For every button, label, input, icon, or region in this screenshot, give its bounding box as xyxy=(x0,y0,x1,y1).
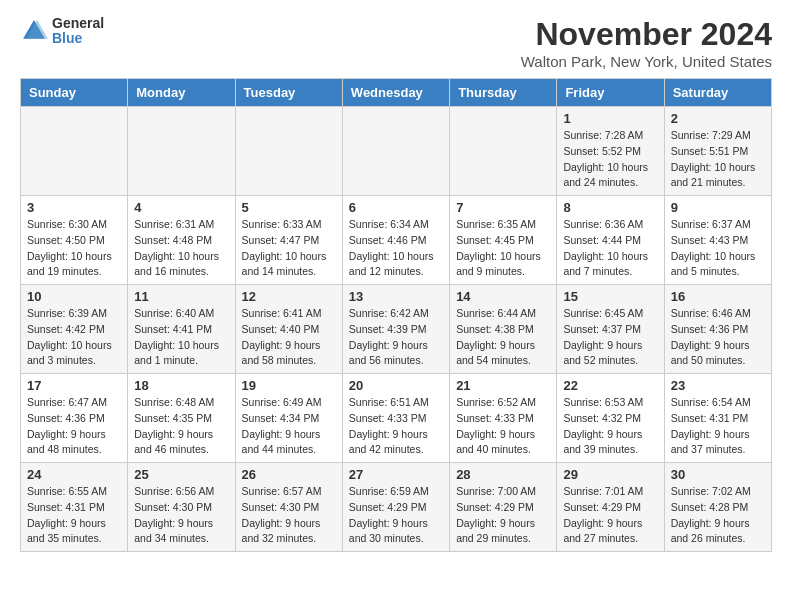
day-info: Sunrise: 6:46 AMSunset: 4:36 PMDaylight:… xyxy=(671,306,765,369)
calendar-cell: 9Sunrise: 6:37 AMSunset: 4:43 PMDaylight… xyxy=(664,196,771,285)
day-number: 24 xyxy=(27,467,121,482)
day-info: Sunrise: 6:33 AMSunset: 4:47 PMDaylight:… xyxy=(242,217,336,280)
month-title: November 2024 xyxy=(521,16,772,53)
day-info: Sunrise: 6:40 AMSunset: 4:41 PMDaylight:… xyxy=(134,306,228,369)
day-info: Sunrise: 6:54 AMSunset: 4:31 PMDaylight:… xyxy=(671,395,765,458)
day-number: 16 xyxy=(671,289,765,304)
day-number: 17 xyxy=(27,378,121,393)
day-info: Sunrise: 6:55 AMSunset: 4:31 PMDaylight:… xyxy=(27,484,121,547)
calendar-header-wednesday: Wednesday xyxy=(342,79,449,107)
calendar-cell: 22Sunrise: 6:53 AMSunset: 4:32 PMDayligh… xyxy=(557,374,664,463)
logo: General Blue xyxy=(20,16,104,47)
day-info: Sunrise: 7:29 AMSunset: 5:51 PMDaylight:… xyxy=(671,128,765,191)
day-number: 27 xyxy=(349,467,443,482)
calendar-week-row: 3Sunrise: 6:30 AMSunset: 4:50 PMDaylight… xyxy=(21,196,772,285)
day-number: 4 xyxy=(134,200,228,215)
calendar-cell: 5Sunrise: 6:33 AMSunset: 4:47 PMDaylight… xyxy=(235,196,342,285)
calendar-cell xyxy=(128,107,235,196)
day-number: 1 xyxy=(563,111,657,126)
day-info: Sunrise: 6:48 AMSunset: 4:35 PMDaylight:… xyxy=(134,395,228,458)
calendar-cell: 3Sunrise: 6:30 AMSunset: 4:50 PMDaylight… xyxy=(21,196,128,285)
calendar-cell: 20Sunrise: 6:51 AMSunset: 4:33 PMDayligh… xyxy=(342,374,449,463)
calendar-header-row: SundayMondayTuesdayWednesdayThursdayFrid… xyxy=(21,79,772,107)
calendar-cell: 17Sunrise: 6:47 AMSunset: 4:36 PMDayligh… xyxy=(21,374,128,463)
day-info: Sunrise: 6:30 AMSunset: 4:50 PMDaylight:… xyxy=(27,217,121,280)
day-number: 10 xyxy=(27,289,121,304)
day-number: 6 xyxy=(349,200,443,215)
day-number: 19 xyxy=(242,378,336,393)
calendar-cell: 6Sunrise: 6:34 AMSunset: 4:46 PMDaylight… xyxy=(342,196,449,285)
day-info: Sunrise: 6:42 AMSunset: 4:39 PMDaylight:… xyxy=(349,306,443,369)
calendar-cell: 4Sunrise: 6:31 AMSunset: 4:48 PMDaylight… xyxy=(128,196,235,285)
day-info: Sunrise: 6:41 AMSunset: 4:40 PMDaylight:… xyxy=(242,306,336,369)
day-number: 21 xyxy=(456,378,550,393)
calendar-cell: 11Sunrise: 6:40 AMSunset: 4:41 PMDayligh… xyxy=(128,285,235,374)
calendar-week-row: 17Sunrise: 6:47 AMSunset: 4:36 PMDayligh… xyxy=(21,374,772,463)
day-info: Sunrise: 6:47 AMSunset: 4:36 PMDaylight:… xyxy=(27,395,121,458)
calendar-week-row: 24Sunrise: 6:55 AMSunset: 4:31 PMDayligh… xyxy=(21,463,772,552)
calendar-cell: 21Sunrise: 6:52 AMSunset: 4:33 PMDayligh… xyxy=(450,374,557,463)
calendar-cell: 16Sunrise: 6:46 AMSunset: 4:36 PMDayligh… xyxy=(664,285,771,374)
day-number: 15 xyxy=(563,289,657,304)
day-number: 23 xyxy=(671,378,765,393)
day-number: 8 xyxy=(563,200,657,215)
day-info: Sunrise: 7:02 AMSunset: 4:28 PMDaylight:… xyxy=(671,484,765,547)
day-info: Sunrise: 6:57 AMSunset: 4:30 PMDaylight:… xyxy=(242,484,336,547)
day-info: Sunrise: 6:31 AMSunset: 4:48 PMDaylight:… xyxy=(134,217,228,280)
calendar-cell: 8Sunrise: 6:36 AMSunset: 4:44 PMDaylight… xyxy=(557,196,664,285)
calendar-cell: 18Sunrise: 6:48 AMSunset: 4:35 PMDayligh… xyxy=(128,374,235,463)
calendar-header-saturday: Saturday xyxy=(664,79,771,107)
day-number: 26 xyxy=(242,467,336,482)
day-info: Sunrise: 7:01 AMSunset: 4:29 PMDaylight:… xyxy=(563,484,657,547)
calendar-cell: 7Sunrise: 6:35 AMSunset: 4:45 PMDaylight… xyxy=(450,196,557,285)
calendar-cell xyxy=(450,107,557,196)
calendar-cell: 13Sunrise: 6:42 AMSunset: 4:39 PMDayligh… xyxy=(342,285,449,374)
calendar-cell: 28Sunrise: 7:00 AMSunset: 4:29 PMDayligh… xyxy=(450,463,557,552)
day-info: Sunrise: 6:56 AMSunset: 4:30 PMDaylight:… xyxy=(134,484,228,547)
day-info: Sunrise: 6:59 AMSunset: 4:29 PMDaylight:… xyxy=(349,484,443,547)
day-info: Sunrise: 6:35 AMSunset: 4:45 PMDaylight:… xyxy=(456,217,550,280)
calendar-cell: 10Sunrise: 6:39 AMSunset: 4:42 PMDayligh… xyxy=(21,285,128,374)
title-section: November 2024 Walton Park, New York, Uni… xyxy=(521,16,772,70)
day-number: 5 xyxy=(242,200,336,215)
day-number: 7 xyxy=(456,200,550,215)
day-info: Sunrise: 7:28 AMSunset: 5:52 PMDaylight:… xyxy=(563,128,657,191)
day-number: 28 xyxy=(456,467,550,482)
calendar-cell: 27Sunrise: 6:59 AMSunset: 4:29 PMDayligh… xyxy=(342,463,449,552)
calendar-header-sunday: Sunday xyxy=(21,79,128,107)
day-number: 9 xyxy=(671,200,765,215)
day-info: Sunrise: 6:44 AMSunset: 4:38 PMDaylight:… xyxy=(456,306,550,369)
calendar-cell: 15Sunrise: 6:45 AMSunset: 4:37 PMDayligh… xyxy=(557,285,664,374)
day-info: Sunrise: 6:49 AMSunset: 4:34 PMDaylight:… xyxy=(242,395,336,458)
day-number: 30 xyxy=(671,467,765,482)
day-info: Sunrise: 6:51 AMSunset: 4:33 PMDaylight:… xyxy=(349,395,443,458)
calendar-cell: 12Sunrise: 6:41 AMSunset: 4:40 PMDayligh… xyxy=(235,285,342,374)
day-number: 13 xyxy=(349,289,443,304)
calendar-header-thursday: Thursday xyxy=(450,79,557,107)
calendar-week-row: 10Sunrise: 6:39 AMSunset: 4:42 PMDayligh… xyxy=(21,285,772,374)
calendar-cell: 26Sunrise: 6:57 AMSunset: 4:30 PMDayligh… xyxy=(235,463,342,552)
calendar-cell: 24Sunrise: 6:55 AMSunset: 4:31 PMDayligh… xyxy=(21,463,128,552)
calendar-cell: 29Sunrise: 7:01 AMSunset: 4:29 PMDayligh… xyxy=(557,463,664,552)
calendar-cell xyxy=(21,107,128,196)
logo-icon xyxy=(20,17,48,45)
day-info: Sunrise: 7:00 AMSunset: 4:29 PMDaylight:… xyxy=(456,484,550,547)
day-info: Sunrise: 6:36 AMSunset: 4:44 PMDaylight:… xyxy=(563,217,657,280)
calendar-cell: 14Sunrise: 6:44 AMSunset: 4:38 PMDayligh… xyxy=(450,285,557,374)
header: General Blue November 2024 Walton Park, … xyxy=(20,16,772,70)
day-info: Sunrise: 6:52 AMSunset: 4:33 PMDaylight:… xyxy=(456,395,550,458)
calendar-cell: 1Sunrise: 7:28 AMSunset: 5:52 PMDaylight… xyxy=(557,107,664,196)
calendar-cell xyxy=(235,107,342,196)
calendar-cell: 30Sunrise: 7:02 AMSunset: 4:28 PMDayligh… xyxy=(664,463,771,552)
day-info: Sunrise: 6:34 AMSunset: 4:46 PMDaylight:… xyxy=(349,217,443,280)
calendar-cell: 23Sunrise: 6:54 AMSunset: 4:31 PMDayligh… xyxy=(664,374,771,463)
calendar-week-row: 1Sunrise: 7:28 AMSunset: 5:52 PMDaylight… xyxy=(21,107,772,196)
day-number: 18 xyxy=(134,378,228,393)
day-number: 12 xyxy=(242,289,336,304)
day-info: Sunrise: 6:45 AMSunset: 4:37 PMDaylight:… xyxy=(563,306,657,369)
day-number: 25 xyxy=(134,467,228,482)
day-number: 11 xyxy=(134,289,228,304)
location: Walton Park, New York, United States xyxy=(521,53,772,70)
calendar-cell: 25Sunrise: 6:56 AMSunset: 4:30 PMDayligh… xyxy=(128,463,235,552)
day-number: 14 xyxy=(456,289,550,304)
